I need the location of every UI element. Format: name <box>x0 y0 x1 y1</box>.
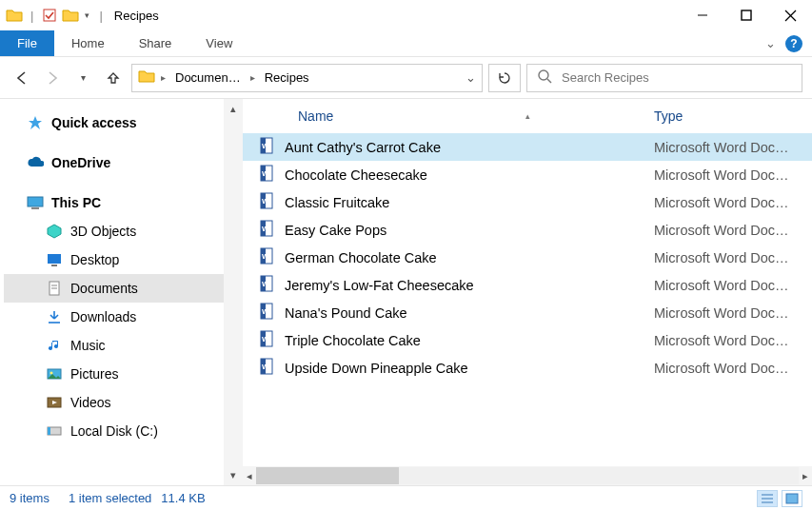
window-title: Recipes <box>114 9 159 23</box>
svg-rect-8 <box>31 207 39 209</box>
file-list: WAunt Cathy's Carrot CakeMicrosoft Word … <box>243 133 812 466</box>
file-name: Classic Fruitcake <box>285 195 389 210</box>
column-name[interactable]: Name <box>243 108 640 124</box>
sidebar-item-quick-access[interactable]: Quick access <box>4 108 224 137</box>
scroll-track[interactable] <box>256 467 799 484</box>
breadcrumb[interactable]: ▸ Documen… ▸ Recipes ⌄ <box>131 64 483 92</box>
sort-indicator-icon: ▴ <box>525 111 530 121</box>
tab-share[interactable]: Share <box>122 30 189 56</box>
file-type: Microsoft Word Doc… <box>644 140 812 155</box>
thumbnails-view-button[interactable] <box>782 490 802 507</box>
downloads-icon <box>46 308 63 325</box>
qat-dropdown-icon[interactable]: ▾ <box>83 10 91 20</box>
svg-text:W: W <box>262 335 269 343</box>
file-row[interactable]: WClassic FruitcakeMicrosoft Word Doc… <box>243 188 812 216</box>
cube-icon <box>46 223 63 240</box>
sidebar-item-local-disk-c-[interactable]: Local Disk (C:) <box>4 417 224 445</box>
help-icon[interactable]: ? <box>785 35 802 52</box>
ribbon-expand-icon[interactable]: ⌄ <box>765 36 776 50</box>
star-icon <box>27 114 44 131</box>
file-name: Nana's Pound Cake <box>285 305 407 321</box>
properties-icon[interactable] <box>41 7 58 24</box>
pc-icon <box>27 194 44 211</box>
search-input[interactable]: Search Recipes <box>526 64 802 92</box>
details-view-button[interactable] <box>757 490 778 507</box>
file-row[interactable]: WUpside Down Pineapple CakeMicrosoft Wor… <box>243 354 812 382</box>
file-type: Microsoft Word Doc… <box>644 278 812 293</box>
file-row[interactable]: WChocolate CheesecakeMicrosoft Word Doc… <box>243 161 812 188</box>
file-row[interactable]: WGerman Chocolate CakeMicrosoft Word Doc… <box>243 244 812 271</box>
sidebar-label: Downloads <box>70 309 136 324</box>
documents-icon <box>46 280 63 297</box>
sidebar-item-pictures[interactable]: Pictures <box>4 360 224 388</box>
word-doc-icon: W <box>258 192 275 212</box>
quick-access-toolbar: | ▾ | <box>6 7 107 24</box>
sidebar-label: 3D Objects <box>70 224 136 239</box>
file-type: Microsoft Word Doc… <box>644 361 812 376</box>
svg-rect-9 <box>48 254 61 264</box>
status-selection: 1 item selected <box>69 491 151 505</box>
pictures-icon <box>46 365 63 382</box>
file-row[interactable]: WJeremy's Low-Fat CheesecakeMicrosoft Wo… <box>243 271 812 299</box>
svg-rect-2 <box>742 10 751 20</box>
sidebar-item-videos[interactable]: Videos <box>4 388 224 417</box>
up-button[interactable] <box>101 66 126 90</box>
file-row[interactable]: WAunt Cathy's Carrot CakeMicrosoft Word … <box>243 133 812 161</box>
tree: Quick access OneDrive This PC 3D Objects… <box>0 99 224 485</box>
sidebar-label: This PC <box>51 195 101 210</box>
column-type[interactable]: Type <box>644 108 812 124</box>
breadcrumb-item[interactable]: Recipes <box>261 70 313 85</box>
file-row[interactable]: WTriple Chocolate CakeMicrosoft Word Doc… <box>243 326 812 354</box>
svg-text:W: W <box>262 142 269 150</box>
scroll-thumb[interactable] <box>256 467 399 484</box>
sidebar-item-documents[interactable]: Documents <box>4 274 224 303</box>
word-doc-icon: W <box>258 165 275 185</box>
details-pane: Name ▴ Type WAunt Cathy's Carrot CakeMic… <box>243 99 812 485</box>
search-placeholder: Search Recipes <box>562 70 649 85</box>
svg-line-6 <box>547 79 551 83</box>
word-doc-icon: W <box>258 330 275 350</box>
back-button[interactable] <box>10 66 34 90</box>
sidebar-item-desktop[interactable]: Desktop <box>4 245 224 274</box>
sidebar-item-this-pc[interactable]: This PC <box>4 188 224 217</box>
sidebar-item-downloads[interactable]: Downloads <box>4 303 224 331</box>
cloud-icon <box>27 154 44 171</box>
divider: | <box>30 9 33 23</box>
file-name: Upside Down Pineapple Cake <box>285 361 468 376</box>
sidebar-item-music[interactable]: Music <box>4 331 224 360</box>
file-name: Jeremy's Low-Fat Cheesecake <box>285 278 474 293</box>
chevron-right-icon[interactable]: ▸ <box>247 72 259 83</box>
sidebar-scrollbar[interactable]: ▴ ▾ <box>224 99 243 485</box>
tab-home[interactable]: Home <box>54 30 122 56</box>
scroll-up-icon[interactable]: ▴ <box>230 103 236 115</box>
minimize-button[interactable] <box>681 0 724 30</box>
svg-rect-19 <box>48 427 50 435</box>
chevron-right-icon[interactable]: ▸ <box>157 72 169 83</box>
window-controls <box>681 0 812 30</box>
sidebar-item-onedrive[interactable]: OneDrive <box>4 148 224 177</box>
scroll-left-icon[interactable]: ◂ <box>247 470 252 482</box>
maximize-button[interactable] <box>724 0 768 30</box>
svg-point-16 <box>50 372 53 375</box>
file-tab[interactable]: File <box>0 30 54 56</box>
address-dropdown-icon[interactable]: ⌄ <box>465 70 476 85</box>
tab-view[interactable]: View <box>188 30 249 56</box>
breadcrumb-item[interactable]: Documen… <box>171 70 245 85</box>
folder-small-icon[interactable] <box>62 7 79 24</box>
scroll-right-icon[interactable]: ▸ <box>802 470 808 482</box>
horizontal-scrollbar[interactable]: ◂ ▸ <box>243 466 812 485</box>
forward-button[interactable] <box>40 66 65 90</box>
music-icon <box>46 337 63 354</box>
file-row[interactable]: WEasy Cake PopsMicrosoft Word Doc… <box>243 216 812 244</box>
refresh-button[interactable] <box>488 64 521 92</box>
word-doc-icon: W <box>258 358 275 378</box>
sidebar-label: Pictures <box>70 366 119 382</box>
recent-locations-button[interactable]: ▾ <box>70 66 95 90</box>
file-row[interactable]: WNana's Pound CakeMicrosoft Word Doc… <box>243 299 812 326</box>
close-button[interactable] <box>768 0 812 30</box>
svg-text:W: W <box>262 307 269 316</box>
scroll-down-icon[interactable]: ▾ <box>230 469 236 481</box>
view-switcher <box>757 490 802 507</box>
sidebar-item-3d-objects[interactable]: 3D Objects <box>4 217 224 245</box>
svg-text:W: W <box>262 197 269 206</box>
